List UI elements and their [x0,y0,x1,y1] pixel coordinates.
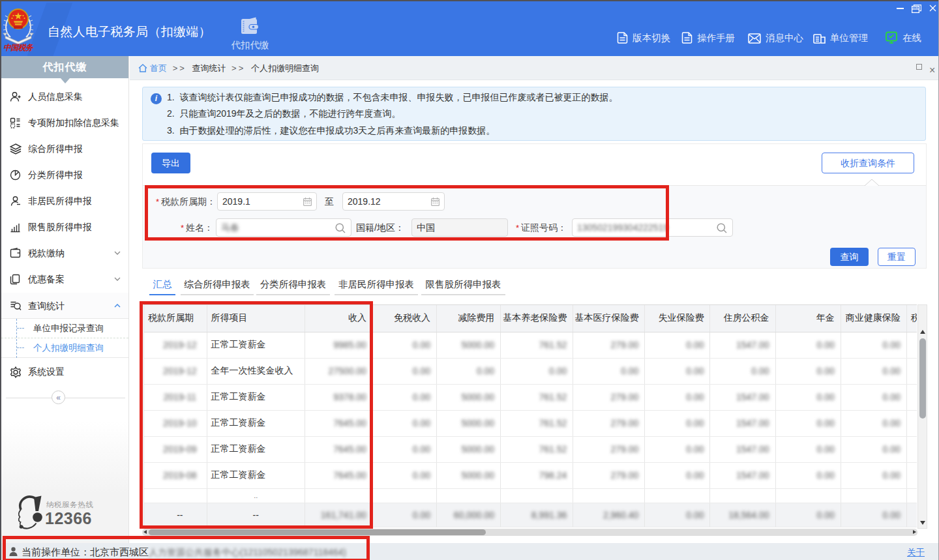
svg-text:中国税务: 中国税务 [3,43,35,52]
